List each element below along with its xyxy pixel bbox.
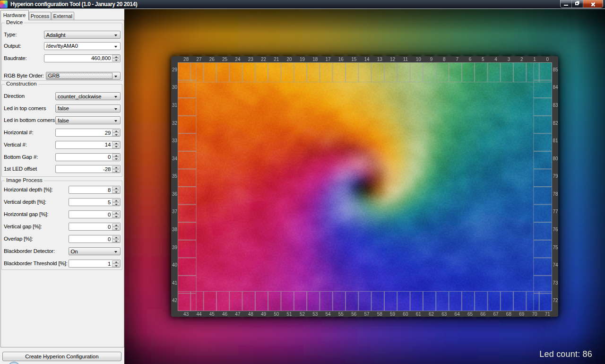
down-arrow-icon <box>115 228 118 230</box>
hyperion-config-window: Hyperion configuration Tool (1.0 - Janua… <box>0 0 605 364</box>
up-arrow-icon <box>115 188 118 189</box>
led-number: 46 <box>221 312 229 317</box>
spin-down-button[interactable] <box>112 157 120 160</box>
field-label: Horizontal #: <box>4 129 34 137</box>
down-arrow-icon <box>115 241 118 242</box>
led-number: 65 <box>466 312 474 317</box>
field-control: 29 <box>55 129 121 137</box>
spin-down-button[interactable] <box>112 58 120 61</box>
down-arrow-icon <box>115 60 118 61</box>
led-number: 37 <box>172 209 178 215</box>
led-number: 60 <box>402 312 409 317</box>
spin-value: 8 <box>108 187 111 193</box>
led-number: 69 <box>518 312 526 317</box>
led-number: 20 <box>285 57 293 62</box>
led-number: 23 <box>247 57 254 62</box>
combo-box[interactable]: Adalight <box>44 31 121 39</box>
led-number: 6 <box>466 57 474 62</box>
field-label: Output: <box>4 42 21 50</box>
spin-box[interactable]: 0 <box>55 153 121 161</box>
field-label: Horizontal gap [%]: <box>4 210 48 218</box>
spin-buttons <box>112 187 120 194</box>
up-arrow-icon <box>115 56 118 58</box>
spin-box[interactable]: 1 <box>69 260 121 268</box>
spin-down-button[interactable] <box>112 264 120 267</box>
tab-external[interactable]: External <box>52 12 75 20</box>
field-control: 0 <box>69 235 121 243</box>
tab-hardware[interactable]: Hardware <box>0 10 29 20</box>
spin-up-button[interactable] <box>112 260 120 264</box>
led-number: 73 <box>553 280 559 286</box>
spin-up-button[interactable] <box>112 154 120 157</box>
group-image_process: Image ProcessHorizontal depth [%]:8Verti… <box>1 181 122 270</box>
combo-box[interactable]: counter_clockwise <box>55 92 121 100</box>
field-control: 0 <box>69 223 121 231</box>
spin-down-button[interactable] <box>112 227 120 230</box>
spin-value: 14 <box>105 142 111 148</box>
spin-down-button[interactable] <box>112 169 120 173</box>
led-number: 8 <box>441 57 448 62</box>
restore-button[interactable] <box>572 0 583 8</box>
field-label: Vertical depth [%]: <box>4 198 46 206</box>
spin-box[interactable]: 0 <box>69 235 121 243</box>
dropdown-arrow-icon <box>114 251 117 253</box>
group-device: DeviceType:AdalightOutput:/dev/ttyAMA0Ba… <box>1 23 122 81</box>
spin-up-button[interactable] <box>112 130 120 133</box>
combo-value: Adalight <box>46 32 66 38</box>
spin-up-button[interactable] <box>112 199 120 202</box>
spin-down-button[interactable] <box>112 190 120 193</box>
combo-box[interactable]: GRB <box>46 72 121 80</box>
spin-box[interactable]: 29 <box>55 129 121 137</box>
spin-down-button[interactable] <box>112 215 120 218</box>
field-label: 1st LED offset <box>4 165 37 173</box>
led-number: 84 <box>553 85 559 90</box>
up-arrow-icon <box>115 167 118 168</box>
spin-box[interactable]: -28 <box>55 165 121 173</box>
led-number: 54 <box>324 312 332 317</box>
led-number: 31 <box>172 103 178 108</box>
up-arrow-icon <box>115 261 118 263</box>
dropdown-arrow-icon <box>114 108 117 110</box>
spin-box[interactable]: 8 <box>69 186 121 194</box>
tab-process[interactable]: Process <box>29 12 51 20</box>
spin-up-button[interactable] <box>112 224 120 227</box>
led-number: 81 <box>553 138 559 144</box>
spin-up-button[interactable] <box>112 166 120 169</box>
editable-combo-box[interactable]: /dev/ttyAMA0 <box>44 42 121 50</box>
spin-buttons <box>112 211 120 218</box>
title-bar: Hyperion configuration Tool (1.0 - Janua… <box>0 0 605 9</box>
spin-up-button[interactable] <box>112 55 120 58</box>
combo-box[interactable]: false <box>55 116 121 124</box>
spin-down-button[interactable] <box>112 145 120 148</box>
spin-up-button[interactable] <box>112 187 120 190</box>
spin-box[interactable]: 5 <box>69 198 121 206</box>
combo-box[interactable]: On <box>69 247 121 255</box>
spin-box[interactable]: 0 <box>69 210 121 218</box>
spin-up-button[interactable] <box>112 236 120 239</box>
spin-value: 460,800 <box>91 55 111 61</box>
spin-buttons <box>112 130 120 137</box>
led-number: 16 <box>337 57 345 62</box>
spin-box[interactable]: 14 <box>55 141 121 149</box>
spin-down-button[interactable] <box>112 133 120 136</box>
led-number: 1 <box>531 57 538 62</box>
led-number: 66 <box>479 312 487 317</box>
spin-down-button[interactable] <box>112 202 120 206</box>
led-number: 48 <box>247 312 254 317</box>
spin-box[interactable]: 460,800 <box>44 54 121 62</box>
spin-up-button[interactable] <box>112 141 120 145</box>
down-arrow-icon <box>115 191 118 193</box>
spin-up-button[interactable] <box>112 211 120 215</box>
combo-box[interactable]: false <box>55 104 121 113</box>
minimize-button[interactable] <box>561 0 572 8</box>
close-button[interactable] <box>583 0 603 8</box>
create-configuration-button[interactable]: Create Hyperion Configuration <box>2 352 121 361</box>
led-number: 12 <box>389 57 397 62</box>
minimize-icon <box>564 5 568 6</box>
led-number: 83 <box>553 103 559 108</box>
field-control: counter_clockwise <box>55 92 121 100</box>
spin-down-button[interactable] <box>112 239 120 243</box>
spin-box[interactable]: 0 <box>69 223 121 231</box>
led-number: 76 <box>553 227 559 233</box>
led-number: 52 <box>298 312 306 317</box>
